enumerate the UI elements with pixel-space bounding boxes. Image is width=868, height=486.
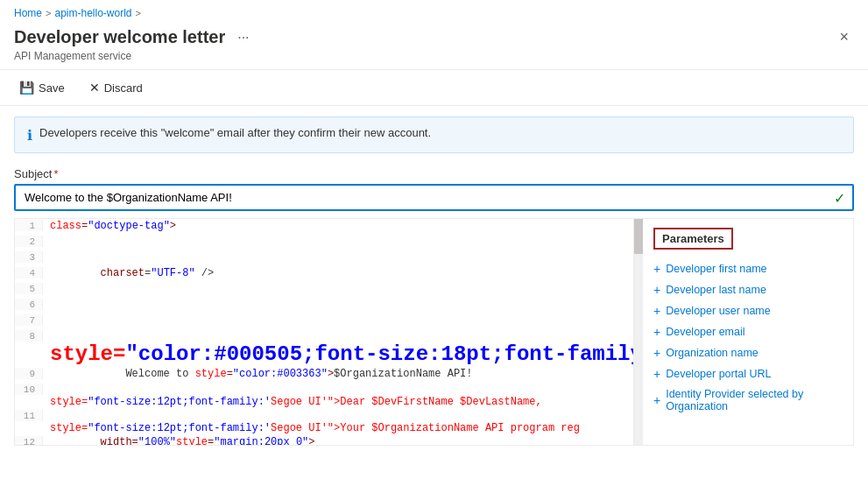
line-content: style="color:#000505;font-size:18pt;font… <box>43 330 634 366</box>
code-line: 5 </span>Letter<span class="tag"> <box>15 282 633 298</box>
line-number: 9 <box>15 368 43 379</box>
param-plus-icon: + <box>653 346 660 360</box>
subject-section: Subject* ✓ <box>0 164 868 218</box>
info-icon: ℹ <box>27 127 32 144</box>
param-plus-icon: + <box>653 367 660 381</box>
code-line: 2 <box>15 235 633 250</box>
discard-icon: ✕ <box>89 81 100 95</box>
parameters-list: +Developer first name+Developer last nam… <box>653 258 843 416</box>
code-line: 8 style="color:#000505;font-size:18pt;fo… <box>15 329 633 367</box>
line-number: 7 <box>15 314 43 326</box>
save-icon: 💾 <box>19 81 34 95</box>
parameters-title: Parameters <box>653 228 733 250</box>
param-plus-icon: + <box>653 304 660 318</box>
code-line: 11 style="font-size:12pt;font-family:'Se… <box>15 409 633 435</box>
editor-scrollbar[interactable] <box>634 219 643 445</box>
line-number: 1 <box>15 220 43 231</box>
check-icon: ✓ <box>834 189 845 206</box>
param-plus-icon: + <box>653 262 660 276</box>
line-content <box>43 251 75 264</box>
line-content: style="font-size:12pt;font-family:'Segoe… <box>43 384 542 408</box>
param-plus-icon: + <box>653 393 660 407</box>
line-content: </span>Letter<span class="tag"> <box>43 283 101 295</box>
code-line: 3 <box>15 250 633 266</box>
line-number: 6 <box>15 299 43 310</box>
required-marker: * <box>53 167 58 180</box>
line-number: 4 <box>15 267 43 278</box>
line-content: style="font-size:12pt;font-family:'Segoe… <box>43 410 580 434</box>
line-content <box>43 314 75 327</box>
code-line: 12 width="100%"style="margin:20px 0"> <box>15 435 633 445</box>
line-content <box>43 299 75 311</box>
code-line: 4 charset="UTF-8" /> <box>15 266 633 282</box>
more-options-button[interactable]: ··· <box>232 28 254 47</box>
line-number: 11 <box>15 410 43 421</box>
code-line: 6 <box>15 298 633 313</box>
param-label: Developer portal URL <box>666 368 771 380</box>
line-number: 2 <box>15 236 43 247</box>
param-item[interactable]: +Developer user name <box>653 300 843 321</box>
save-button[interactable]: 💾 Save <box>14 77 70 98</box>
line-number: 3 <box>15 251 43 263</box>
param-label: Developer email <box>666 326 745 338</box>
line-number: 12 <box>15 436 43 445</box>
page-subtitle: API Management service <box>14 50 854 62</box>
breadcrumb-home[interactable]: Home <box>14 7 42 19</box>
parameters-panel: Parameters +Developer first name+Develop… <box>643 219 853 445</box>
breadcrumb-sep1: > <box>46 8 51 18</box>
code-line: 9 Welcome to style="color:#003363">$Orga… <box>15 367 633 383</box>
param-item[interactable]: +Developer last name <box>653 279 843 300</box>
info-text: Developers receive this "welcome" email … <box>39 126 431 139</box>
param-label: Developer last name <box>666 284 766 296</box>
param-item[interactable]: +Developer portal URL <box>653 363 843 384</box>
code-line: 1class="doctype-tag"> <box>15 219 633 235</box>
param-item[interactable]: +Developer email <box>653 321 843 342</box>
subject-input-wrapper: ✓ <box>14 184 854 211</box>
line-number: 10 <box>15 384 43 395</box>
line-content: charset="UTF-8" /> <box>43 267 214 279</box>
page-header: Developer welcome letter ··· × API Manag… <box>0 23 868 70</box>
breadcrumb: Home > apim-hello-world > <box>0 0 868 23</box>
page-title: Developer welcome letter <box>14 27 225 47</box>
line-number: 8 <box>15 330 43 342</box>
param-plus-icon: + <box>653 325 660 339</box>
param-item[interactable]: +Developer first name <box>653 258 843 279</box>
code-line: 10 style="font-size:12pt;font-family:'Se… <box>15 383 633 409</box>
param-label: Organization name <box>666 347 759 359</box>
param-label: Developer first name <box>666 263 766 275</box>
discard-label: Discard <box>104 81 143 95</box>
subject-input[interactable] <box>14 184 854 211</box>
param-label: Developer user name <box>666 305 771 317</box>
scrollbar-thumb[interactable] <box>634 219 643 254</box>
discard-button[interactable]: ✕ Discard <box>84 77 148 98</box>
editor-area: 1class="doctype-tag">23 4 charset="UTF-8… <box>14 218 854 446</box>
param-plus-icon: + <box>653 283 660 297</box>
line-content: width="100%"style="margin:20px 0"> <box>43 436 315 445</box>
param-label: Identity Provider selected by Organizati… <box>666 388 843 412</box>
toolbar: 💾 Save ✕ Discard <box>0 70 868 106</box>
save-label: Save <box>39 81 65 95</box>
code-line: 7 <box>15 313 633 329</box>
line-number: 5 <box>15 283 43 294</box>
subject-label: Subject* <box>14 167 854 180</box>
param-item[interactable]: +Organization name <box>653 342 843 363</box>
code-editor[interactable]: 1class="doctype-tag">23 4 charset="UTF-8… <box>15 219 634 445</box>
info-banner: ℹ Developers receive this "welcome" emai… <box>14 116 854 153</box>
close-button[interactable]: × <box>834 26 854 48</box>
breadcrumb-service[interactable]: apim-hello-world <box>54 7 131 19</box>
line-content: Welcome to style="color:#003363">$Organi… <box>43 368 473 380</box>
line-content: class="doctype-tag"> <box>43 220 176 232</box>
breadcrumb-sep2: > <box>135 8 140 18</box>
param-item[interactable]: +Identity Provider selected by Organizat… <box>653 384 843 416</box>
